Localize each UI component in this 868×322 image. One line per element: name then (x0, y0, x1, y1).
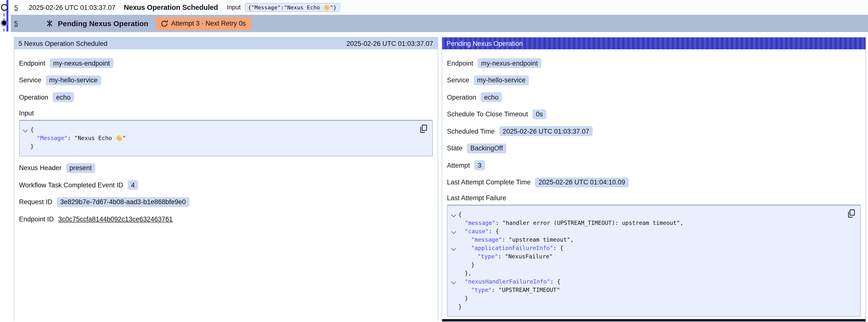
gutter-spacer (448, 236, 458, 244)
field-label: Endpoint ID (19, 215, 54, 223)
json-line: "type": "NexusFailure" (448, 253, 844, 261)
field-label: Request ID (19, 198, 52, 205)
input-inline-label: Input (227, 4, 241, 11)
json-text: "type": "NexusFailure" (458, 253, 553, 261)
field-value-nexus-header: present (66, 163, 95, 173)
json-line: "message": "upstream timeout", (448, 236, 844, 244)
refresh-retry-icon (161, 20, 167, 27)
gutter-spacer (448, 253, 458, 261)
retry-status-badge: Attempt 3 · Next Retry 0s (155, 17, 251, 30)
field-value-request-id: 3e829b7e-7d67-4b08-aad3-b1e868bfe9e0 (57, 197, 189, 207)
json-line: "cause": { (448, 227, 844, 236)
field-value-state: BackingOff (467, 143, 506, 153)
field-value-schedule-to-close-timeout: 0s (532, 109, 547, 119)
pending-card-header: Pending Nexus Operation (442, 37, 866, 49)
field-label: Nexus Header (19, 164, 62, 171)
event-timestamp: 2025-02-26 UTC 01:03:37.07 (29, 4, 115, 11)
json-text: } (458, 261, 475, 269)
timeline-open-node-icon[interactable] (1, 4, 8, 11)
copy-icon[interactable] (420, 124, 428, 133)
field-value-scheduled-time: 2025-02-26 UTC 01:03:37.07 (499, 126, 593, 136)
json-text: "cause": { (458, 227, 499, 236)
event-timeline (0, 0, 11, 33)
field-workflow-task-completed-event-id: Workflow Task Completed Event ID4 (19, 180, 433, 190)
json-text: } (30, 142, 34, 151)
pending-fields: Endpointmy-nexus-endpointServicemy-hello… (447, 58, 861, 187)
gutter-spacer (448, 294, 458, 303)
field-value-workflow-task-completed-event-id: 4 (128, 180, 138, 190)
scheduled-card-body: Endpointmy-nexus-endpointServicemy-hello… (14, 49, 438, 322)
field-schedule-to-close-timeout: Schedule To Close Timeout0s (447, 109, 861, 119)
json-line: { (21, 126, 415, 134)
event-row-pending[interactable]: 5 Pending Nexus Operation Attempt 3 · Ne… (11, 15, 868, 32)
input-json-block: {"Message": "Nexus Echo 👋"} (19, 120, 433, 156)
page: 5 2025-02-26 UTC 01:03:37.07 Nexus Opera… (0, 0, 868, 322)
json-text: "Message": "Nexus Echo 👋" (30, 134, 126, 142)
json-line: "message": "handler error (UPSTREAM_TIME… (448, 219, 844, 227)
field-attempt: Attempt3 (447, 160, 861, 170)
field-service: Servicemy-hello-service (19, 75, 433, 85)
collapse-chevron-icon[interactable] (448, 211, 458, 219)
event-detail-card-pending: Pending Nexus Operation Endpointmy-nexus… (442, 37, 866, 322)
field-label: Operation (447, 93, 476, 101)
retry-badge-text: Attempt 3 · Next Retry 0s (171, 20, 246, 27)
json-text: "nexusHandlerFailureInfo": { (458, 278, 561, 286)
scheduled-card-title: 5 Nexus Operation Scheduled (19, 40, 107, 47)
event-title: Nexus Operation Scheduled (124, 3, 218, 11)
field-label: Workflow Task Completed Event ID (19, 181, 123, 189)
json-text: } (458, 294, 468, 303)
pending-title: Pending Nexus Operation (58, 19, 148, 28)
field-nexus-header: Nexus Headerpresent (19, 163, 433, 173)
field-label: Schedule To Close Timeout (447, 110, 528, 118)
gutter-spacer (448, 286, 458, 294)
field-label: Service (19, 76, 41, 84)
field-operation: Operationecho (447, 92, 861, 102)
json-text: "message": "handler error (UPSTREAM_TIME… (458, 219, 683, 227)
json-text: "applicationFailureInfo": { (458, 244, 563, 253)
field-label: Endpoint (19, 59, 45, 67)
json-line: } (448, 261, 844, 269)
gutter-spacer (448, 219, 458, 227)
field-value-endpoint: my-nexus-endpoint (478, 58, 541, 68)
field-value-endpoint: my-nexus-endpoint (50, 58, 114, 68)
timeline-filled-node-icon[interactable] (2, 21, 6, 25)
failure-section-label: Last Attempt Failure (447, 194, 861, 202)
collapse-chevron-icon[interactable] (448, 244, 458, 253)
copy-icon[interactable] (847, 209, 856, 218)
json-line: "applicationFailureInfo": { (448, 244, 844, 253)
collapse-chevron-icon[interactable] (448, 227, 458, 236)
field-label: Attempt (447, 161, 470, 169)
event-row-scheduled[interactable]: 5 2025-02-26 UTC 01:03:37.07 Nexus Opera… (11, 0, 868, 15)
scheduled-fields: Endpointmy-nexus-endpointServicemy-hello… (19, 58, 433, 102)
field-label: Endpoint (447, 59, 473, 67)
collapse-chevron-icon[interactable] (448, 278, 458, 286)
field-endpoint-id: Endpoint ID3c0c75ccfa8144b092c13ce632463… (19, 214, 433, 224)
field-value-service: my-hello-service (474, 75, 529, 85)
json-text: }, (458, 269, 472, 278)
event-id-link[interactable]: 5 (14, 4, 18, 11)
json-line: } (21, 142, 415, 151)
asterisk-pending-icon (46, 20, 53, 27)
field-label: Scheduled Time (447, 127, 495, 135)
field-request-id: Request ID3e829b7e-7d67-4b08-aad3-b1e868… (19, 197, 433, 207)
timeline-dashed-connector (3, 8, 4, 32)
json-text: { (30, 126, 34, 134)
input-section-label: Input (19, 109, 433, 117)
pending-id-link[interactable]: 5 (14, 20, 18, 27)
gutter-spacer (448, 303, 458, 311)
field-value-endpoint-id[interactable]: 3c0c75ccfa8144b092c13ce632463761 (58, 215, 173, 223)
field-value-attempt: 3 (474, 160, 485, 170)
field-state: StateBackingOff (447, 143, 861, 153)
field-service: Servicemy-hello-service (447, 75, 861, 85)
json-line: "Message": "Nexus Echo 👋" (21, 134, 415, 142)
event-detail-panels: 5 Nexus Operation Scheduled 2025-02-26 U… (0, 32, 868, 322)
field-endpoint: Endpointmy-nexus-endpoint (19, 58, 433, 68)
field-value-service: my-hello-service (45, 75, 101, 85)
json-line: "type": "UPSTREAM_TIMEOUT" (448, 286, 844, 294)
field-scheduled-time: Scheduled Time2025-02-26 UTC 01:03:37.07 (447, 126, 861, 136)
field-value-operation: echo (53, 92, 74, 102)
collapse-chevron-icon[interactable] (21, 126, 30, 134)
scheduled-card-header: 5 Nexus Operation Scheduled 2025-02-26 U… (14, 37, 438, 49)
input-json-lines: {"Message": "Nexus Echo 👋"} (21, 126, 415, 151)
event-history-rows: 5 2025-02-26 UTC 01:03:37.07 Nexus Opera… (0, 0, 868, 32)
